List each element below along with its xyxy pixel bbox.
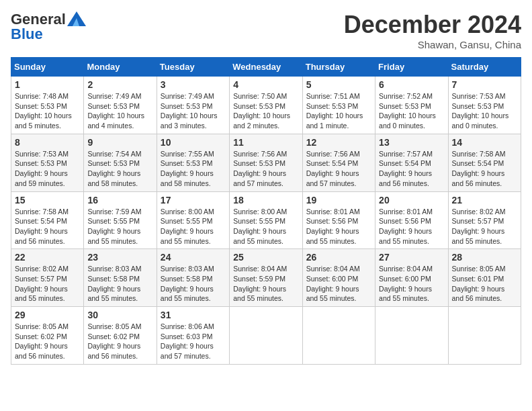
sunset-label: Sunset: 6:02 PM	[15, 332, 67, 340]
sunset-label: Sunset: 6:00 PM	[306, 275, 359, 283]
daylight-label: Daylight: 9 hours and 56 minutes.	[15, 227, 68, 245]
sunrise-label: Sunrise: 7:49 AM	[161, 92, 214, 100]
page-header: General Blue December 2024 Shawan, Gansu…	[11, 11, 521, 50]
calendar-day-cell: 11 Sunrise: 7:56 AM Sunset: 5:53 PM Dayl…	[230, 134, 302, 191]
weekday-header: Monday	[84, 58, 157, 77]
calendar-week-row: 15 Sunrise: 7:58 AM Sunset: 5:54 PM Dayl…	[11, 191, 521, 249]
sunset-label: Sunset: 5:59 PM	[233, 275, 285, 283]
sunset-label: Sunset: 5:53 PM	[233, 102, 285, 110]
sunset-label: Sunset: 5:53 PM	[87, 159, 140, 167]
sunset-label: Sunset: 5:54 PM	[452, 159, 504, 167]
daylight-label: Daylight: 9 hours and 58 minutes.	[87, 169, 140, 187]
calendar-day-cell: 20 Sunrise: 8:01 AM Sunset: 5:56 PM Dayl…	[375, 191, 448, 249]
daylight-label: Daylight: 9 hours and 55 minutes.	[306, 285, 359, 303]
sunset-label: Sunset: 6:00 PM	[379, 275, 431, 283]
day-info: Sunrise: 8:03 AM Sunset: 5:58 PM Dayligh…	[161, 264, 226, 304]
calendar-day-cell: 7 Sunrise: 7:53 AM Sunset: 5:53 PM Dayli…	[448, 77, 521, 134]
sunset-label: Sunset: 5:58 PM	[87, 275, 140, 283]
day-number: 22	[15, 252, 80, 263]
daylight-label: Daylight: 9 hours and 56 minutes.	[452, 285, 505, 303]
weekday-header: Wednesday	[230, 58, 302, 77]
calendar-day-cell: 10 Sunrise: 7:55 AM Sunset: 5:53 PM Dayl…	[157, 134, 229, 191]
day-info: Sunrise: 7:53 AM Sunset: 5:53 PM Dayligh…	[15, 149, 80, 189]
day-info: Sunrise: 7:57 AM Sunset: 5:54 PM Dayligh…	[379, 149, 444, 189]
day-number: 15	[15, 195, 80, 205]
day-info: Sunrise: 8:00 AM Sunset: 5:55 PM Dayligh…	[233, 207, 298, 246]
daylight-label: Daylight: 9 hours and 58 minutes.	[161, 169, 214, 187]
sunrise-label: Sunrise: 8:05 AM	[452, 265, 506, 273]
day-number: 10	[161, 137, 226, 148]
sunrise-label: Sunrise: 7:56 AM	[233, 150, 287, 158]
day-number: 25	[233, 252, 298, 263]
calendar-week-row: 22 Sunrise: 8:02 AM Sunset: 5:57 PM Dayl…	[11, 249, 521, 307]
day-number: 9	[87, 137, 152, 148]
sunrise-label: Sunrise: 8:04 AM	[379, 265, 433, 273]
daylight-label: Daylight: 10 hours and 4 minutes.	[87, 111, 144, 130]
sunrise-label: Sunrise: 7:58 AM	[452, 150, 506, 158]
month-title: December 2024	[344, 11, 521, 39]
calendar-day-cell: 25 Sunrise: 8:04 AM Sunset: 5:59 PM Dayl…	[230, 249, 302, 307]
empty-cell	[448, 307, 521, 365]
day-number: 11	[233, 137, 298, 148]
sunrise-label: Sunrise: 7:49 AM	[87, 92, 141, 100]
sunset-label: Sunset: 5:56 PM	[306, 217, 359, 225]
day-info: Sunrise: 7:49 AM Sunset: 5:53 PM Dayligh…	[161, 91, 226, 131]
calendar-week-row: 1 Sunrise: 7:48 AM Sunset: 5:53 PM Dayli…	[11, 77, 521, 134]
sunset-label: Sunset: 5:53 PM	[379, 102, 431, 110]
daylight-label: Daylight: 9 hours and 57 minutes.	[306, 169, 359, 187]
sunset-label: Sunset: 6:01 PM	[452, 275, 504, 283]
sunset-label: Sunset: 5:53 PM	[161, 159, 213, 167]
daylight-label: Daylight: 9 hours and 56 minutes.	[452, 169, 505, 187]
sunset-label: Sunset: 5:55 PM	[161, 217, 213, 225]
sunrise-label: Sunrise: 8:04 AM	[233, 265, 287, 273]
calendar-day-cell: 23 Sunrise: 8:03 AM Sunset: 5:58 PM Dayl…	[84, 249, 157, 307]
day-info: Sunrise: 8:01 AM Sunset: 5:56 PM Dayligh…	[306, 207, 371, 246]
sunset-label: Sunset: 5:53 PM	[15, 102, 67, 110]
day-number: 8	[15, 137, 80, 148]
sunrise-label: Sunrise: 8:05 AM	[87, 322, 141, 330]
daylight-label: Daylight: 9 hours and 56 minutes.	[15, 342, 68, 360]
daylight-label: Daylight: 10 hours and 0 minutes.	[379, 111, 436, 130]
sunset-label: Sunset: 5:56 PM	[379, 217, 431, 225]
daylight-label: Daylight: 9 hours and 55 minutes.	[87, 285, 140, 303]
calendar-day-cell: 16 Sunrise: 7:59 AM Sunset: 5:55 PM Dayl…	[84, 191, 157, 249]
daylight-label: Daylight: 9 hours and 57 minutes.	[233, 169, 286, 187]
logo-blue: Blue	[11, 26, 43, 43]
daylight-label: Daylight: 9 hours and 55 minutes.	[379, 227, 432, 245]
sunset-label: Sunset: 5:53 PM	[233, 159, 285, 167]
sunset-label: Sunset: 5:57 PM	[15, 275, 67, 283]
sunset-label: Sunset: 5:53 PM	[452, 102, 504, 110]
day-number: 14	[452, 137, 517, 148]
sunrise-label: Sunrise: 7:52 AM	[379, 92, 433, 100]
day-number: 24	[161, 252, 226, 263]
sunrise-label: Sunrise: 8:03 AM	[161, 265, 214, 273]
calendar-day-cell: 26 Sunrise: 8:04 AM Sunset: 6:00 PM Dayl…	[302, 249, 375, 307]
daylight-label: Daylight: 10 hours and 2 minutes.	[233, 111, 290, 130]
daylight-label: Daylight: 9 hours and 55 minutes.	[161, 285, 214, 303]
sunrise-label: Sunrise: 8:04 AM	[306, 265, 360, 273]
sunrise-label: Sunrise: 8:02 AM	[15, 265, 69, 273]
calendar-day-cell: 19 Sunrise: 8:01 AM Sunset: 5:56 PM Dayl…	[302, 191, 375, 249]
calendar-day-cell: 22 Sunrise: 8:02 AM Sunset: 5:57 PM Dayl…	[11, 249, 84, 307]
daylight-label: Daylight: 9 hours and 55 minutes.	[87, 227, 140, 245]
day-info: Sunrise: 8:04 AM Sunset: 5:59 PM Dayligh…	[233, 264, 298, 304]
sunset-label: Sunset: 5:57 PM	[452, 217, 504, 225]
sunrise-label: Sunrise: 7:55 AM	[161, 150, 214, 158]
calendar-header-row: SundayMondayTuesdayWednesdayThursdayFrid…	[11, 58, 521, 77]
sunrise-label: Sunrise: 7:58 AM	[15, 208, 69, 216]
daylight-label: Daylight: 9 hours and 56 minutes.	[87, 342, 140, 360]
daylight-label: Daylight: 9 hours and 55 minutes.	[233, 285, 286, 303]
sunset-label: Sunset: 5:58 PM	[161, 275, 213, 283]
day-info: Sunrise: 7:56 AM Sunset: 5:54 PM Dayligh…	[306, 149, 371, 189]
day-number: 6	[379, 79, 444, 90]
daylight-label: Daylight: 9 hours and 55 minutes.	[161, 227, 214, 245]
calendar-day-cell: 2 Sunrise: 7:49 AM Sunset: 5:53 PM Dayli…	[84, 77, 157, 134]
weekday-header: Saturday	[448, 58, 521, 77]
day-number: 16	[87, 195, 152, 205]
daylight-label: Daylight: 10 hours and 3 minutes.	[161, 111, 218, 130]
sunrise-label: Sunrise: 7:53 AM	[15, 150, 69, 158]
calendar-day-cell: 3 Sunrise: 7:49 AM Sunset: 5:53 PM Dayli…	[157, 77, 229, 134]
sunrise-label: Sunrise: 7:51 AM	[306, 92, 360, 100]
day-info: Sunrise: 8:05 AM Sunset: 6:02 PM Dayligh…	[15, 322, 80, 361]
sunset-label: Sunset: 5:54 PM	[379, 159, 431, 167]
